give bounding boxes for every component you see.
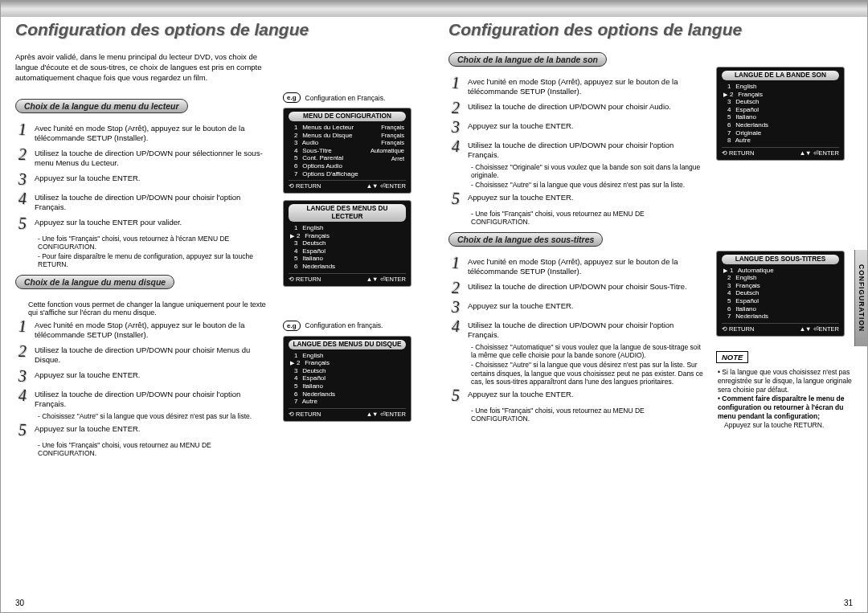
osd-row: 1 English: [289, 352, 406, 360]
spread: Configuration des options de langue Aprè…: [0, 0, 868, 613]
dm-step4: Utilisez la touche de direction UP/DOWN …: [35, 387, 272, 409]
pm-step1: Avec l'unité en mode Stop (Arrêt), appuy…: [35, 121, 272, 143]
osd-row: 8 Autre: [722, 137, 839, 145]
note-2: • Comment faire disparaître le menu de c…: [718, 394, 853, 421]
osd-row: 5 Español: [722, 297, 839, 305]
st-step3: Appuyez sur la touche ENTER.: [468, 299, 705, 311]
osd3-title: LANGUE DES MENUS DU DISQUE: [289, 340, 406, 349]
pill-subtitles: Choix de la langue des sous-titres: [448, 232, 603, 247]
osd-row: 4 Deutsch: [722, 289, 839, 297]
au-step5: Appuyez sur la touche ENTER.: [468, 190, 705, 202]
osd-row: 3 AudioFrançais: [289, 139, 406, 147]
note-3: Appuyez sur la touche RETURN.: [724, 421, 853, 430]
st-step5: Appuyez sur la touche ENTER.: [468, 387, 705, 399]
osd1-title: MENU DE CONFIGURATION: [289, 112, 406, 121]
osd-disc-menu-lang: LANGUE DES MENUS DU DISQUE 1 English▶2 F…: [283, 336, 411, 422]
eg-text-1: Configuration en Français.: [305, 94, 386, 102]
dm-sub4: - Choisissez "Autre" si la langue que vo…: [38, 412, 272, 420]
note-1: • Si la langue que vous choisissez n'est…: [718, 368, 853, 394]
osd-row: 4 Español: [289, 247, 406, 255]
au-sub5: - Une fois "Français" choisi, vous retou…: [471, 210, 705, 226]
osd-enter: ENTER: [386, 182, 406, 190]
osd-row: 6 Italiano: [722, 305, 839, 313]
eg-text-2: Configuration en français.: [305, 321, 383, 329]
osd-row: 7 Options D'affichage: [289, 170, 406, 178]
au-step3: Appuyez sur la touche ENTER.: [468, 119, 705, 131]
osd-row: 2 English: [722, 274, 839, 282]
st-step4: Utilisez la touche de direction UP/DOWN …: [468, 318, 705, 340]
pill-audio: Choix de la langue de la bande son: [448, 52, 607, 67]
osd-row: 7 Autre: [289, 398, 406, 406]
osd-row: 2 Menus du DisqueFrançais: [289, 132, 406, 140]
osd-row: 4 Español: [722, 106, 839, 114]
pm-sub2: - Pour faire disparaître le menu de conf…: [38, 252, 272, 268]
page-left: Configuration des options de langue Aprè…: [1, 1, 434, 612]
osd-row: ▶2 Français: [722, 91, 839, 99]
osd-config-menu: MENU DE CONFIGURATION 1 Menus du Lecteur…: [283, 108, 411, 194]
st-step2: Utilisez la touche de direction UP/DOWN …: [468, 280, 705, 292]
pill-player-menu: Choix de la langue du menu du lecteur: [15, 99, 188, 113]
osd2-title: LANGUE DES MENUS DU LECTEUR: [289, 204, 406, 222]
eg-row-1: e.g Configuration en Français.: [283, 92, 420, 103]
osd-row: 5 Italiano: [722, 113, 839, 121]
au-step1: Avec l'unité en mode Stop (Arrêt), appuy…: [468, 75, 705, 96]
osd-row: 1 English: [289, 224, 406, 232]
osd-row: 6 Options Audio: [289, 162, 406, 170]
osd-row: 6 Nederlands: [722, 121, 839, 129]
osd-row: 5 Italiano: [289, 382, 406, 390]
osd-row: 3 Deutsch: [289, 367, 406, 375]
pm-step5: Appuyez sur la touche ENTER pour valider…: [35, 215, 272, 227]
osd5-title: LANGUE DES SOUS-TITRES: [722, 255, 839, 264]
osd-row: ▶2 Français: [289, 359, 406, 367]
eg-badge: e.g: [283, 92, 301, 103]
pm-step2: Utilisez la touche de direction UP/DOWN …: [35, 146, 272, 168]
page-number-right: 31: [844, 599, 853, 607]
dm-step3: Appuyez sur la touche ENTER.: [35, 368, 272, 380]
osd-audio-lang: LANGUE DE LA BANDE SON 1 English▶2 Franç…: [716, 67, 845, 161]
osd-row: 5 Italiano: [289, 255, 406, 263]
st-sub4a: - Choisissez "Automatique" si vous voule…: [471, 343, 705, 359]
au-sub4b: - Choisissez "Autre" si la langue que vo…: [471, 181, 705, 189]
top-gradient-r: [434, 1, 867, 17]
osd-row: 5 Cont. ParentalArret: [289, 154, 406, 162]
osd-row: ▶1 Automatique: [722, 267, 839, 275]
st-sub5: - Une fois "Français" choisi, vous retou…: [471, 407, 705, 423]
osd-row: 3 Deutsch: [289, 239, 406, 247]
st-sub4b: - Choisissez "Autre" si la langue que vo…: [471, 361, 705, 386]
osd-subtitle-lang: LANGUE DES SOUS-TITRES ▶1 Automatique 2 …: [716, 251, 845, 337]
au-step4: Utilisez la touche de direction UP/DOWN …: [468, 138, 705, 160]
dm-sub5: - Une fois "Français" choisi, vous retou…: [38, 441, 272, 457]
au-step2: Utilisez la touche de direction UP/DOWN …: [468, 100, 705, 112]
osd-player-menu-lang: LANGUE DES MENUS DU LECTEUR 1 English▶2 …: [283, 200, 411, 286]
dm-step2: Utilisez la touche de direction UP/DOWN …: [35, 343, 272, 365]
osd-row: 1 English: [722, 83, 839, 91]
osd-row: 6 Nederlands: [289, 390, 406, 398]
osd-row: 4 Español: [289, 374, 406, 382]
page-title-right: Configuration des options de langue: [448, 20, 853, 39]
page-number-left: 30: [15, 599, 24, 607]
osd-row: 3 Deutsch: [722, 98, 839, 106]
dm-step1: Avec l'unité en mode Stop (Arrêt), appuy…: [35, 318, 272, 340]
pill-disc-menu: Choix de la langue du menu disque: [15, 275, 174, 289]
side-tab: CONFIGURATION: [854, 250, 867, 346]
pm-step4: Utilisez la touche de direction UP/DOWN …: [35, 190, 272, 212]
osd-row: 7 Nederlands: [722, 313, 839, 321]
dm-intro: Cette fonction vous permet de changer la…: [28, 300, 272, 317]
page-right: Configuration des options de langue Choi…: [434, 1, 867, 612]
pm-sub1: - Une fois "Français" choisi, vous retou…: [38, 235, 272, 251]
intro-text: Après avoir validé, dans le menu princip…: [15, 52, 272, 83]
st-step1: Avec l'unité en mode Stop (Arrêt), appuy…: [468, 255, 705, 276]
osd-row: 6 Nederlands: [289, 263, 406, 271]
dm-step5: Appuyez sur la touche ENTER.: [35, 422, 272, 434]
osd-row: 7 Originale: [722, 129, 839, 137]
eg-row-2: e.g Configuration en français.: [283, 321, 420, 331]
osd-return: RETURN: [296, 182, 321, 190]
osd-row: 1 Menus du LecteurFrançais: [289, 124, 406, 132]
pm-step3: Appuyez sur la touche ENTER.: [35, 171, 272, 183]
osd-row: 3 Français: [722, 282, 839, 290]
osd-row: 4 Sous-TitreAutomatique: [289, 147, 406, 155]
osd-row: ▶2 Français: [289, 232, 406, 240]
au-sub4a: - Choisissez "Originale" si vous voulez …: [471, 163, 705, 179]
osd4-title: LANGUE DE LA BANDE SON: [722, 71, 839, 80]
top-gradient: [1, 1, 434, 17]
